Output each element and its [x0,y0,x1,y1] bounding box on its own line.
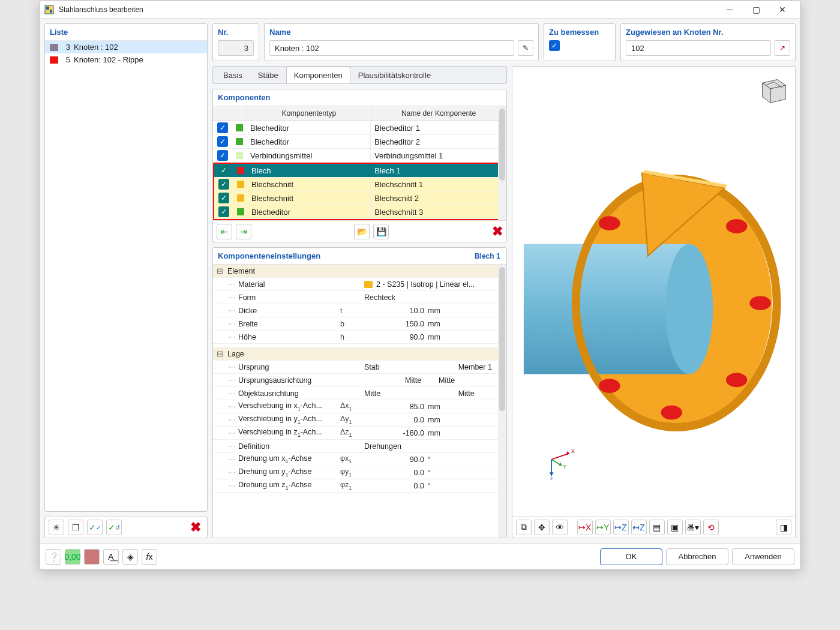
view-toolbar: ⧉ ✥ 👁 ↦X ↦Y ↦Z ↤Z ▤ ▣ 🖶▾ ⟲ ◨ [512,516,795,538]
property-row[interactable]: ⋯Material2 - S235 | Isotrop | Linear el.… [213,278,506,291]
move-up-icon[interactable]: ⇤ [217,224,232,239]
move-down-icon[interactable]: ⇥ [236,224,251,239]
swatch-icon [50,44,58,51]
view-layers-icon[interactable]: ▤ [649,520,665,535]
viewport-3d[interactable]: X Y Z [512,67,795,516]
zubemessen-checkbox[interactable]: ✓ [549,40,560,51]
settings-selected: Blech 1 [469,248,506,264]
check-arrow-icon[interactable]: ✓↺ [106,520,122,535]
svg-marker-22 [566,451,569,455]
liste-body[interactable]: 3 Knoten : 102 5 Knoten: 102 - Rippe [45,41,207,511]
property-row[interactable]: ⋯Drehung um z1-Achseφz10.0° [213,479,506,493]
col-name: Name der Komponente [371,106,506,121]
komponenten-row[interactable]: ✓ Blechschnitt Blechscnitt 2 [214,191,505,205]
row-checkbox[interactable]: ✓ [217,150,228,161]
komponenten-row[interactable]: ✓ Blecheditor Blecheditor 1 [213,121,506,135]
property-row[interactable]: ⋯Breiteb150.0mm [213,317,506,331]
row-checkbox[interactable]: ✓ [218,206,229,217]
property-row[interactable]: ⋯UrsprungStabMember 1 [213,361,506,374]
check-green-icon[interactable]: ✓✓ [87,520,103,535]
axis-z-icon[interactable]: ↦Z [613,520,629,535]
help-icon[interactable]: ❔ [46,549,61,565]
copy-icon[interactable]: ❐ [68,520,83,535]
axis-y-icon[interactable]: ↦Y [595,520,611,535]
axis-neg-z-icon[interactable]: ↤Z [631,520,647,535]
save-block-icon[interactable]: 💾 [373,224,389,239]
tabs: BasisStäbeKomponentenPlausibilitätskontr… [212,66,507,84]
property-row[interactable]: ⋯Drehung um y1-Achseφy10.0° [213,466,506,479]
row-checkbox[interactable]: ✓ [217,136,228,147]
property-group[interactable]: ⊟Lage [213,347,506,361]
view-box-icon[interactable]: ▣ [667,520,683,535]
komponenten-row[interactable]: ✓ Blech Blech 1 [214,164,505,178]
komponenten-row[interactable]: ✓ Blechschnitt Blechschnitt 1 [214,178,505,191]
view-nav-icon[interactable]: ✥ [534,520,550,535]
view-reset-icon[interactable]: ⟲ [703,520,719,535]
units-icon[interactable]: 0,00 [65,549,80,565]
svg-point-12 [599,379,620,393]
svg-line-21 [551,453,569,459]
view-print-icon[interactable]: 🖶▾ [685,520,701,535]
svg-rect-4 [523,244,689,374]
view-eye-icon[interactable]: 👁 [552,520,568,535]
zugewiesen-input[interactable]: 102 [626,40,771,56]
svg-point-9 [749,296,770,310]
liste-item[interactable]: 5 Knoten: 102 - Rippe [45,53,207,66]
tab-stäbe[interactable]: Stäbe [250,67,286,83]
ok-button[interactable]: OK [600,548,662,565]
property-row[interactable]: ⋯Verschiebung in x1-Ach...Δx185.0mm [213,400,506,413]
close-button[interactable]: ✕ [769,1,796,19]
scrollbar[interactable] [498,106,506,220]
fx-icon[interactable]: fx [142,549,157,565]
row-checkbox[interactable]: ✓ [218,165,229,176]
pick-node-icon[interactable]: ↗ [775,40,790,56]
komponenten-row[interactable]: ✓ Verbindungsmittel Verbindungsmittel 1 [213,149,506,163]
svg-rect-2 [50,10,52,13]
view-cube[interactable] [754,71,789,106]
name-title: Name [265,24,538,40]
property-row[interactable]: ⋯Drehung um x1-Achseφx190.0° [213,453,506,466]
minimize-button[interactable]: ─ [716,1,743,19]
property-row[interactable]: ⋯ObjektausrichtungMitteMitte [213,387,506,400]
delete-icon[interactable]: ✖ [188,520,203,535]
komponenten-row[interactable]: ✓ Blecheditor Blecheditor 2 [213,135,506,149]
svg-point-5 [665,244,713,374]
property-row[interactable]: ⋯Verschiebung in y1-Ach...Δy10.0mm [213,413,506,427]
property-row[interactable]: ⋯UrsprungsausrichtungMitteMitte [213,374,506,387]
view-panel-icon[interactable]: ◨ [776,520,791,535]
komponenten-row[interactable]: ✓ Blecheditor Blechschnitt 3 [214,205,505,219]
tab-plausibilitätskontrolle[interactable]: Plausibilitätskontrolle [350,67,439,83]
property-group[interactable]: ⊟Element [213,265,506,278]
liste-item[interactable]: 3 Knoten : 102 [45,41,207,53]
tab-basis[interactable]: Basis [215,67,250,83]
row-swatch-icon [236,138,243,145]
labels-icon[interactable]: A͟ [103,549,119,565]
property-row[interactable]: ⋯DefinitionDrehungen [213,440,506,453]
property-row[interactable]: ⋯Höheh90.0mm [213,331,506,344]
zubemessen-title: Zu bemessen [544,24,615,40]
axis-x-icon[interactable]: ↦X [577,520,593,535]
new-icon[interactable]: ✳ [49,520,64,535]
row-checkbox[interactable]: ✓ [217,122,228,133]
property-row[interactable]: ⋯FormRechteck [213,291,506,304]
swatch-icon [50,56,58,64]
delete-row-icon[interactable]: ✖ [492,224,503,239]
row-checkbox[interactable]: ✓ [218,179,229,190]
edit-name-icon[interactable]: ✎ [518,40,533,56]
maximize-button[interactable]: ▢ [743,1,769,19]
load-block-icon[interactable]: 📂 [354,224,370,239]
property-row[interactable]: ⋯Verschiebung in z1-Ach...Δz1-160.0mm [213,427,506,440]
layer-icon[interactable]: ◈ [122,549,138,565]
svg-text:Z: Z [549,476,553,480]
apply-button[interactable]: Anwenden [732,548,794,565]
svg-rect-1 [46,7,49,10]
color-icon[interactable] [84,549,100,565]
tab-komponenten[interactable]: Komponenten [286,67,350,83]
settings-scrollbar[interactable] [498,265,506,538]
property-row[interactable]: ⋯Dicket10.0mm [213,304,506,317]
name-input[interactable]: Knoten : 102 [269,40,514,56]
row-checkbox[interactable]: ✓ [218,193,229,203]
view-select-icon[interactable]: ⧉ [516,520,532,535]
row-swatch-icon [237,181,244,188]
cancel-button[interactable]: Abbrechen [666,548,728,565]
